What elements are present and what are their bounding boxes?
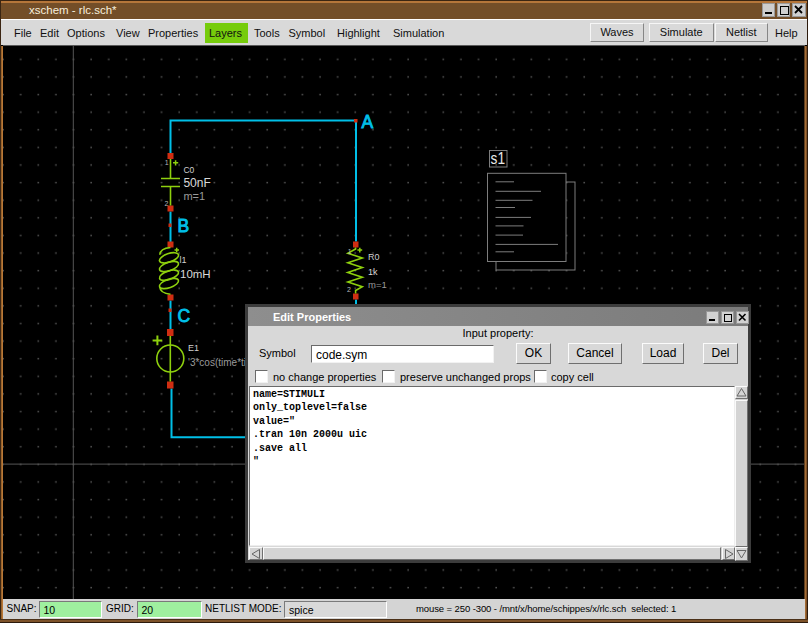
svg-text:E1: E1 (188, 343, 199, 353)
svg-text:m=1: m=1 (183, 190, 205, 202)
svg-text:1k: 1k (368, 267, 378, 277)
svg-text:C: C (178, 306, 191, 326)
svg-text:50nF: 50nF (183, 176, 210, 190)
svg-text:s1: s1 (491, 149, 506, 167)
svg-text:A: A (362, 112, 374, 132)
svg-text:l1: l1 (180, 255, 187, 265)
svg-text:'3*cos(time*ti: '3*cos(time*ti (188, 357, 246, 368)
svg-text:R0: R0 (368, 252, 380, 262)
svg-text:C0: C0 (183, 165, 194, 175)
svg-text:10mH: 10mH (180, 268, 211, 280)
svg-text:B: B (178, 216, 190, 236)
svg-text:1: 1 (165, 159, 169, 166)
svg-text:1: 1 (348, 248, 352, 255)
svg-text:m=1: m=1 (368, 279, 387, 290)
svg-text:2: 2 (165, 200, 169, 207)
svg-text:2: 2 (347, 286, 351, 293)
